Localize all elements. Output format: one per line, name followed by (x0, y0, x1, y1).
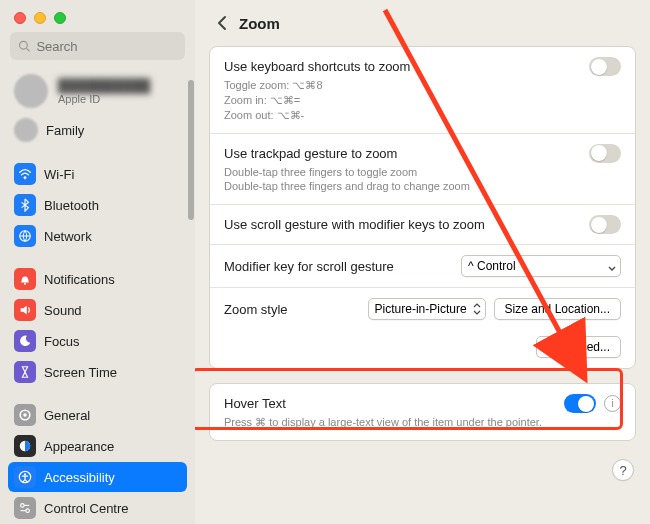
row-title: Hover Text (224, 396, 286, 411)
select-value: Picture-in-Picture (375, 302, 467, 316)
gear-icon (14, 404, 36, 426)
toggle-trackpad-gesture[interactable] (589, 144, 621, 163)
wifi-icon (14, 163, 36, 185)
sidebar-item-label: General (44, 408, 90, 423)
minimize-window-button[interactable] (34, 12, 46, 24)
help-label: ? (619, 463, 626, 478)
appear-icon (14, 435, 36, 457)
net-icon (14, 225, 36, 247)
search-field[interactable] (10, 32, 185, 60)
content: Use keyboard shortcuts to zoom Toggle zo… (195, 42, 650, 524)
zoom-style-select[interactable]: Picture-in-Picture (368, 298, 486, 320)
sidebar-item-label: Notifications (44, 272, 115, 287)
row-title: Use scroll gesture with modifier keys to… (224, 217, 485, 232)
user-name: ██████████ (58, 78, 150, 93)
settings-card-hover-text: Hover Text i Press ⌘ to display a large-… (209, 383, 636, 441)
size-location-button[interactable]: Size and Location... (494, 298, 621, 320)
sidebar-item-family[interactable]: Family (8, 114, 187, 146)
row-title: Zoom style (224, 302, 288, 317)
toggle-keyboard-shortcuts[interactable] (589, 57, 621, 76)
sidebar-item-general[interactable]: General (8, 400, 187, 430)
svg-point-10 (21, 504, 25, 508)
advanced-button[interactable]: Advanced... (536, 336, 621, 358)
search-input[interactable] (36, 39, 177, 54)
bell-icon (14, 268, 36, 290)
window-controls (0, 0, 195, 32)
button-label: Advanced... (547, 340, 610, 354)
row-subtext: Double-tap three fingers to toggle zoom … (224, 165, 621, 195)
acc-icon (14, 466, 36, 488)
sidebar-item-screen-time[interactable]: Screen Time (8, 357, 187, 387)
modifier-key-select[interactable]: ^ Control (461, 255, 621, 277)
row-title: Modifier key for scroll gesture (224, 259, 394, 274)
toggle-hover-text[interactable] (564, 394, 596, 413)
fullscreen-window-button[interactable] (54, 12, 66, 24)
back-button[interactable] (213, 14, 231, 32)
sidebar-item-control-centre[interactable]: Control Centre (8, 493, 187, 523)
updown-icon (473, 302, 481, 316)
svg-point-12 (26, 509, 30, 513)
sidebar-item-sound[interactable]: Sound (8, 295, 187, 325)
avatar (14, 74, 48, 108)
row-modifier-key: Modifier key for scroll gesture ^ Contro… (210, 244, 635, 287)
sidebar-item-label: Focus (44, 334, 79, 349)
close-window-button[interactable] (14, 12, 26, 24)
svg-point-9 (24, 473, 26, 475)
main-pane: Zoom Use keyboard shortcuts to zoom Togg… (195, 0, 650, 524)
help-row: ? (209, 455, 636, 485)
sidebar-item-appearance[interactable]: Appearance (8, 431, 187, 461)
svg-line-1 (27, 48, 30, 51)
row-hover-text: Hover Text i Press ⌘ to display a large-… (210, 384, 635, 440)
sidebar-item-label: Accessibility (44, 470, 115, 485)
hour-icon (14, 361, 36, 383)
button-label: Size and Location... (505, 302, 610, 316)
user-sub: Apple ID (58, 93, 150, 105)
chevron-down-icon (608, 260, 616, 272)
family-avatar (14, 118, 38, 142)
sidebar-item-label: Network (44, 229, 92, 244)
row-keyboard-shortcuts: Use keyboard shortcuts to zoom Toggle zo… (210, 47, 635, 133)
row-title: Use keyboard shortcuts to zoom (224, 59, 410, 74)
sidebar-item-label: Bluetooth (44, 198, 99, 213)
sidebar-item-label: Screen Time (44, 365, 117, 380)
sidebar-item-accessibility[interactable]: Accessibility (8, 462, 187, 492)
sidebar-scrollbar[interactable] (188, 80, 194, 220)
sidebar-item-notifications[interactable]: Notifications (8, 264, 187, 294)
row-trackpad-gesture: Use trackpad gesture to zoom Double-tap … (210, 133, 635, 205)
sidebar-item-bluetooth[interactable]: Bluetooth (8, 190, 187, 220)
page-title: Zoom (239, 15, 280, 32)
moon-icon (14, 330, 36, 352)
row-scroll-gesture: Use scroll gesture with modifier keys to… (210, 204, 635, 244)
row-subtext: Toggle zoom: ⌥⌘8 Zoom in: ⌥⌘= Zoom out: … (224, 78, 621, 123)
svg-point-0 (20, 41, 28, 49)
sidebar-apple-id[interactable]: ██████████ Apple ID (8, 70, 187, 112)
sidebar-item-focus[interactable]: Focus (8, 326, 187, 356)
sidebar-item-wi-fi[interactable]: Wi-Fi (8, 159, 187, 189)
search-icon (18, 39, 30, 53)
sidebar-list: ██████████ Apple ID Family Wi-FiBluetoot… (0, 66, 195, 524)
select-value: ^ Control (468, 259, 516, 273)
sidebar-item-label: Appearance (44, 439, 114, 454)
sidebar-item-label: Family (46, 123, 84, 138)
info-button[interactable]: i (604, 395, 621, 412)
header: Zoom (195, 0, 650, 42)
row-title: Use trackpad gesture to zoom (224, 146, 397, 161)
sidebar: ██████████ Apple ID Family Wi-FiBluetoot… (0, 0, 195, 524)
chevron-left-icon (217, 15, 228, 31)
row-subtext: Press ⌘ to display a large-text view of … (224, 415, 621, 430)
row-zoom-style: Zoom style Picture-in-Picture Size and L… (210, 287, 635, 330)
cc-icon (14, 497, 36, 519)
svg-point-2 (24, 178, 26, 180)
toggle-scroll-gesture[interactable] (589, 215, 621, 234)
sidebar-item-label: Wi-Fi (44, 167, 74, 182)
sound-icon (14, 299, 36, 321)
bt-icon (14, 194, 36, 216)
sidebar-item-label: Sound (44, 303, 82, 318)
sidebar-item-network[interactable]: Network (8, 221, 187, 251)
svg-point-4 (24, 283, 26, 285)
settings-card-zoom: Use keyboard shortcuts to zoom Toggle zo… (209, 46, 636, 369)
svg-point-6 (23, 413, 27, 417)
sidebar-item-label: Control Centre (44, 501, 129, 516)
help-button[interactable]: ? (612, 459, 634, 481)
advanced-row: Advanced... (210, 330, 635, 368)
